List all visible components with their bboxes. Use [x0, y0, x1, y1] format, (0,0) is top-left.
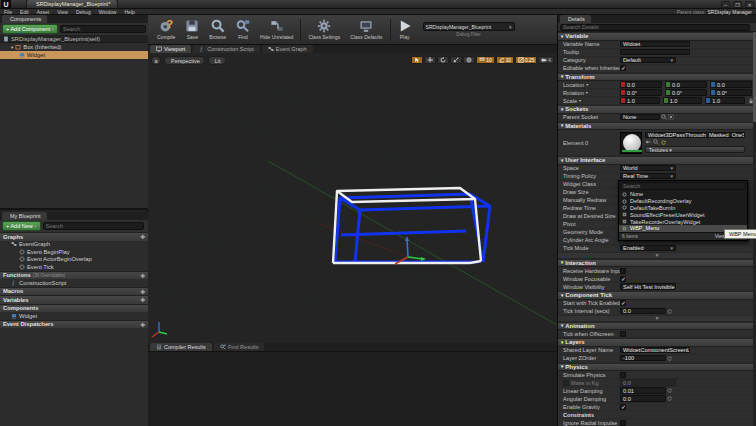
- section-collapse-arrow-icon[interactable]: ▾: [561, 340, 563, 345]
- my-blueprint-tab[interactable]: My Blueprint: [2, 212, 47, 220]
- save-button[interactable]: Save: [180, 16, 204, 44]
- parent-socket-field[interactable]: None: [620, 114, 660, 121]
- grid-snap-button[interactable]: 10: [476, 56, 494, 64]
- section-collapse-arrow-icon[interactable]: ▾: [561, 158, 563, 163]
- menu-window[interactable]: Window: [95, 9, 121, 15]
- compile-button[interactable]: ?Compile: [152, 16, 180, 44]
- scale-tool-button[interactable]: [450, 56, 462, 64]
- section-collapse-arrow-icon[interactable]: ▾: [561, 74, 563, 79]
- my-blueprint-section-components[interactable]: Components: [0, 304, 148, 313]
- play-button[interactable]: Play: [393, 16, 417, 44]
- details-section-interaction[interactable]: ▾Interaction: [558, 259, 756, 268]
- menu-help[interactable]: Help: [120, 9, 138, 15]
- camera-speed-button[interactable]: 4: [538, 56, 554, 64]
- details-section-animation[interactable]: ▾Animation: [558, 322, 756, 331]
- details-search[interactable]: [560, 24, 750, 31]
- browse-button[interactable]: Browse: [204, 16, 231, 44]
- section-collapse-arrow-icon[interactable]: ▾: [561, 123, 563, 128]
- checkbox[interactable]: [620, 372, 626, 378]
- details-section-sockets[interactable]: ▾Sockets: [558, 105, 756, 114]
- class-defaults-button[interactable]: Class Defaults: [345, 16, 387, 44]
- section-collapse-arrow-icon[interactable]: ▾: [561, 364, 563, 369]
- results-content[interactable]: [148, 351, 557, 426]
- text-field[interactable]: 0.01: [620, 387, 666, 394]
- checkbox[interactable]: [620, 268, 626, 274]
- add-item-icon[interactable]: ✚: [140, 296, 145, 303]
- my-blueprint-search[interactable]: [43, 222, 144, 230]
- section-collapse-arrow-icon[interactable]: ▾: [561, 107, 563, 112]
- axis-field-y[interactable]: 0.0: [665, 81, 707, 88]
- my-blueprint-search-input[interactable]: [46, 223, 141, 229]
- axis-field-z[interactable]: 0.0°: [710, 89, 752, 96]
- dropdown-search-input[interactable]: [623, 183, 743, 189]
- rotation-snap-button[interactable]: 10: [496, 56, 514, 64]
- dropdown-search[interactable]: [620, 182, 746, 190]
- reset-yellow-icon[interactable]: [661, 140, 666, 145]
- class-settings-button[interactable]: Class Settings: [303, 16, 345, 44]
- tab-find-results[interactable]: Find Results: [214, 343, 265, 351]
- my-blueprint-item[interactable]: Event Tick: [0, 263, 148, 271]
- details-section-layers[interactable]: ▾Layers: [558, 338, 756, 347]
- material-thumbnail[interactable]: [620, 132, 642, 154]
- text-field[interactable]: -100: [620, 355, 666, 362]
- dropdown-field[interactable]: Enabled▾: [620, 245, 676, 252]
- axis-field-z[interactable]: 1.0: [705, 97, 745, 104]
- tab-compiler-results[interactable]: Compiler Results: [150, 343, 212, 351]
- axis-field-x[interactable]: 1.0: [620, 97, 660, 104]
- debug-target-dropdown[interactable]: SRDisplayManager_Blueprint▾: [423, 22, 515, 31]
- dropdown-item[interactable]: None: [619, 191, 747, 198]
- checkbox[interactable]: [620, 420, 626, 426]
- section-collapse-arrow-icon[interactable]: ▾: [561, 34, 563, 39]
- menu-file[interactable]: File: [0, 9, 16, 15]
- axis-field-y[interactable]: 1.0: [663, 97, 703, 104]
- dropdown-item[interactable]: SoundEffectPresetUserWidget: [619, 211, 747, 218]
- dropdown-item[interactable]: DefaultRecordingOverlay: [619, 198, 747, 205]
- reset-icon[interactable]: [667, 396, 672, 401]
- textures-button[interactable]: Textures ▾: [645, 146, 745, 153]
- dropdown-item[interactable]: TakeRecorderOverlayWidget: [619, 218, 747, 225]
- text-field[interactable]: WidgetComponentScreenLayer: [620, 347, 690, 354]
- components-search[interactable]: [60, 25, 146, 33]
- details-section-variable[interactable]: ▾Variable: [558, 32, 756, 41]
- my-blueprint-section-variables[interactable]: Variables✚: [0, 295, 148, 304]
- text-field[interactable]: 0.0: [620, 308, 666, 315]
- dropdown-field[interactable]: Real Time▾: [620, 173, 676, 180]
- search-icon[interactable]: [653, 139, 659, 145]
- tab-event-graph[interactable]: Event Graph: [262, 45, 313, 53]
- lit-mode-button[interactable]: Lit: [208, 56, 226, 65]
- menu-edit[interactable]: Edit: [16, 9, 33, 15]
- reset-icon[interactable]: [667, 356, 672, 361]
- my-blueprint-section-event-dispatchers[interactable]: Event Dispatchers✚: [0, 320, 148, 329]
- component-tree-item[interactable]: Widget: [0, 51, 148, 59]
- find-button[interactable]: Find: [231, 16, 255, 44]
- text-field[interactable]: [620, 49, 690, 56]
- axis-field-x[interactable]: 0.0: [620, 81, 662, 88]
- checkbox[interactable]: ✓: [620, 276, 626, 282]
- dropdown-field[interactable]: Default▾: [620, 57, 676, 64]
- rotate-tool-button[interactable]: [437, 56, 449, 64]
- dropdown-field[interactable]: Self Hit Test Invisible▾: [620, 283, 676, 290]
- component-tree-item[interactable]: SRDisplayManager_Blueprint(self): [0, 35, 148, 43]
- details-section-transform[interactable]: ▾Transform: [558, 73, 756, 82]
- checkbox[interactable]: ✓: [620, 65, 626, 71]
- document-tab[interactable]: SRDisplayManager_Blueprint*: [26, 0, 118, 8]
- reset-icon[interactable]: [667, 388, 672, 393]
- details-tab[interactable]: Details: [560, 15, 591, 23]
- maximize-button[interactable]: ❐: [733, 1, 742, 8]
- viewport[interactable]: ≡ Perspective Lit 10100.254: [148, 53, 557, 343]
- search-icon[interactable]: [661, 114, 667, 120]
- my-blueprint-section-macros[interactable]: Macros✚: [0, 287, 148, 296]
- transform-gizmo[interactable]: [395, 236, 426, 264]
- select-tool-button[interactable]: [411, 56, 423, 64]
- my-blueprint-item[interactable]: Widget: [0, 312, 148, 320]
- checkbox[interactable]: ✓: [620, 404, 626, 410]
- move-tool-button[interactable]: [424, 56, 436, 64]
- section-collapse-arrow-icon[interactable]: ▾: [561, 323, 563, 328]
- my-blueprint-section-graphs[interactable]: Graphs✚: [0, 232, 148, 241]
- checkbox[interactable]: ✓: [620, 300, 626, 306]
- add-component-button[interactable]: + Add Component ▾: [2, 24, 58, 34]
- dropdown-field[interactable]: World▾: [620, 165, 676, 172]
- add-item-icon[interactable]: ✚: [140, 288, 145, 295]
- dropdown-item[interactable]: DefaultTakeBurnIn: [619, 205, 747, 212]
- menu-debug[interactable]: Debug: [72, 9, 95, 15]
